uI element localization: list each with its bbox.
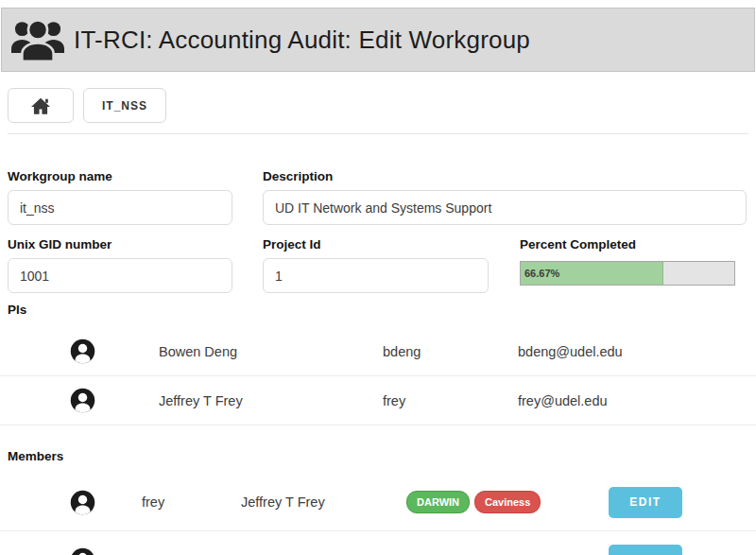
pi-username: frey [383, 393, 518, 408]
project-id-label: Project Id [263, 237, 489, 251]
header-divider [8, 133, 748, 134]
cluster-badge-caviness: Caviness [474, 491, 541, 513]
workgroup-name-label: Workgroup name [8, 169, 232, 183]
member-row: frey Jeffrey T Frey DARWIN Caviness EDIT [0, 474, 756, 531]
percent-completed-progressbar: 66.67% [520, 261, 735, 286]
pi-name: Jeffrey T Frey [159, 393, 383, 408]
users-group-icon [11, 16, 64, 63]
home-button[interactable] [8, 88, 74, 123]
description-label: Description [263, 169, 747, 183]
description-input[interactable] [263, 190, 747, 225]
workgroup-name-input[interactable] [8, 190, 232, 225]
progressbar-value: 66.67% [521, 268, 559, 279]
person-avatar-icon [70, 338, 95, 364]
form-row-2: Unix GID number Project Id Percent Compl… [8, 237, 747, 293]
cluster-badge-darwin: DARWIN [406, 491, 470, 513]
person-avatar-icon [70, 490, 95, 515]
form-row-1: Workgroup name Description [8, 169, 747, 225]
pis-heading: PIs [8, 303, 748, 317]
project-id-input[interactable] [263, 258, 489, 293]
person-avatar-icon [70, 388, 95, 413]
person-avatar-icon [70, 547, 95, 555]
progressbar-fill: 66.67% [521, 262, 663, 285]
breadcrumb: IT_NSS [8, 88, 748, 123]
member-cluster-badges: DARWIN Caviness [406, 491, 541, 513]
unix-gid-label: Unix GID number [8, 237, 232, 251]
pi-email: frey@udel.edu [518, 393, 756, 408]
pi-row: Jeffrey T Frey frey frey@udel.edu [0, 376, 756, 425]
pi-email: bdeng@udel.edu [518, 344, 756, 359]
unix-gid-input[interactable] [8, 258, 232, 293]
edit-member-button[interactable]: EDIT [609, 545, 682, 555]
member-row: EDIT [0, 531, 756, 555]
edit-member-button[interactable]: EDIT [609, 487, 682, 518]
pi-username: bdeng [383, 344, 518, 359]
pi-row: Bowen Deng bdeng bdeng@udel.edu [0, 327, 756, 376]
page-title: IT-RCI: Accounting Audit: Edit Workgroup [74, 26, 530, 55]
member-name: Jeffrey T Frey [241, 494, 406, 510]
members-table: frey Jeffrey T Frey DARWIN Caviness EDIT… [0, 474, 756, 555]
members-heading: Members [8, 449, 748, 463]
home-icon [30, 96, 51, 115]
member-username: frey [142, 494, 241, 510]
app-header: IT-RCI: Accounting Audit: Edit Workgroup [1, 8, 755, 72]
breadcrumb-workgroup-button[interactable]: IT_NSS [83, 88, 166, 123]
pis-table: Bowen Deng bdeng bdeng@udel.edu Jeffrey … [0, 327, 756, 425]
pi-name: Bowen Deng [159, 344, 383, 359]
percent-completed-label: Percent Completed [520, 237, 735, 251]
